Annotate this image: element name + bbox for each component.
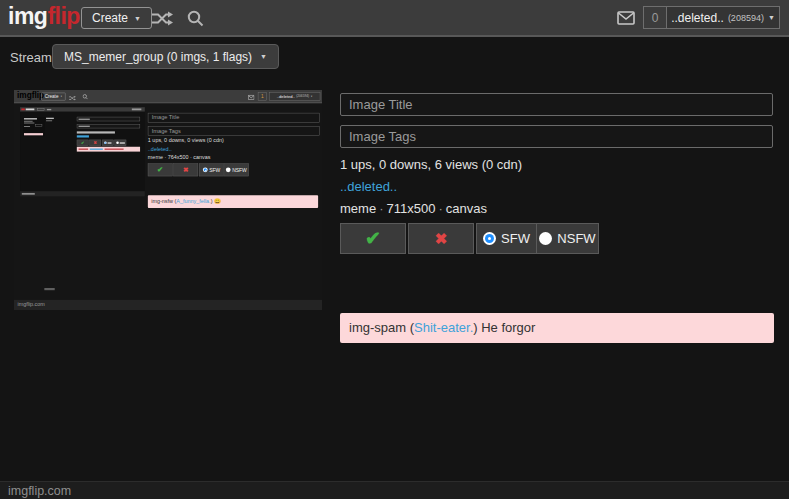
nested-buttons-row: ✔ ✖ — [77, 140, 126, 146]
preview-search-icon — [82, 94, 88, 102]
preview-message-count: 1 — [258, 92, 267, 100]
sfw-radio-option[interactable]: SFW — [476, 223, 536, 254]
uploader-deleted-link[interactable]: ..deleted.. — [340, 179, 397, 194]
approve-button[interactable]: ✔ — [340, 223, 406, 254]
preview-reject-icon: ✖ — [183, 166, 188, 174]
message-count: 0 — [652, 11, 659, 25]
sfw-radio-icon — [483, 232, 496, 245]
user-dropdown-count: (208594) — [728, 13, 764, 23]
stream-dropdown[interactable]: MS_memer_group (0 imgs, 1 flags) ▼ — [52, 44, 279, 69]
preview-approve-icon: ✔ — [157, 165, 163, 174]
nsfw-radio-icon — [539, 232, 552, 245]
preview-title-input: Image Title — [148, 113, 320, 123]
preview-tags-input: Image Tags — [148, 127, 320, 136]
image-meta-text: meme·711x500·canvas — [340, 201, 487, 216]
image-stats-text: 1 ups, 0 downs, 6 views (0 cdn) — [340, 157, 522, 172]
preview-shuffle-icon — [69, 94, 77, 102]
stream-label: Stream: — [10, 50, 56, 65]
preview-navbar: imgflip Create ▼ 1 ..deleted.. (206594 — [14, 90, 322, 103]
logo-flip-part: flip — [47, 3, 80, 29]
top-navbar: imgflip Create ▼ 0 — [0, 0, 789, 37]
nsfw-radio-option[interactable]: NSFW — [536, 223, 599, 254]
caret-down-icon: ▼ — [60, 95, 62, 98]
preview-buttons-row: ✔ ✖ SFW NSFW — [148, 163, 249, 176]
message-count-box[interactable]: 0 — [643, 6, 667, 29]
nested-tags-input — [77, 124, 140, 128]
preview-logo: imgflip — [17, 91, 44, 101]
user-dropdown-label: ..deleted.. — [671, 11, 724, 25]
flag-reason-box: img-spam (Shit-eater.) He forgor — [340, 313, 774, 343]
create-button[interactable]: Create ▼ — [81, 7, 152, 29]
preview-footer: imgflip.com — [14, 300, 322, 310]
search-icon[interactable] — [187, 10, 204, 31]
caret-down-icon: ▼ — [260, 53, 267, 60]
mail-icon[interactable] — [617, 11, 635, 29]
imgflip-moderation-page: imgflip Create ▼ 0 — [0, 0, 789, 499]
shuffle-icon[interactable] — [151, 11, 174, 30]
preview-mail-icon — [248, 94, 254, 102]
x-icon: ✖ — [435, 230, 448, 248]
moderation-buttons-row: ✔ ✖ SFW NSFW — [340, 223, 599, 254]
footer-imgflip-link[interactable]: imgflip.com — [8, 483, 71, 499]
preview-flag-box: img-nsfw (A_funny_fella.) 😀 — [148, 195, 318, 208]
preview-stats-text: 1 ups, 0 downs, 0 views (0 cdn) — [148, 138, 224, 144]
checkmark-icon: ✔ — [365, 227, 381, 250]
stream-dropdown-value: MS_memer_group (0 imgs, 1 flags) — [64, 50, 252, 64]
preview-user-dropdown: ..deleted.. (206594) ▼ — [269, 92, 320, 100]
nested-title-input — [77, 117, 140, 121]
nested-flag-box — [77, 147, 140, 152]
imgflip-logo[interactable]: imgflip — [8, 3, 80, 30]
flag-reason-prefix: img-spam ( — [349, 320, 414, 335]
flag-reporter-link[interactable]: Shit-eater. — [414, 320, 473, 335]
create-button-label: Create — [92, 11, 128, 25]
reject-button[interactable]: ✖ — [408, 223, 474, 254]
flagged-image-preview[interactable]: imgflip Create ▼ 1 ..deleted.. (206594 — [14, 90, 322, 310]
logo-img-part: img — [8, 3, 47, 29]
caret-down-icon: ▼ — [768, 14, 775, 21]
flag-reason-suffix: ) He forgor — [473, 320, 535, 335]
preview-create-button: Create ▼ — [41, 93, 65, 101]
page-footer: imgflip.com — [0, 481, 789, 499]
preview-nested-screenshot: ✔ ✖ — [20, 107, 145, 196]
nested-navbar — [20, 107, 145, 111]
image-title-input[interactable] — [340, 93, 773, 116]
image-tags-input[interactable] — [340, 125, 773, 148]
nested-footer — [20, 191, 145, 196]
preview-deleted-link: ..deleted.. — [148, 146, 172, 152]
preview-flag-user-link: A_funny_fella. — [176, 198, 210, 204]
preview-screenshot-content: imgflip Create ▼ 1 ..deleted.. (206594 — [14, 90, 322, 310]
nested-screenshot-level-4 — [23, 117, 45, 136]
caret-down-icon: ▼ — [134, 15, 141, 22]
user-dropdown[interactable]: ..deleted.. (208594) ▼ — [666, 6, 780, 29]
preview-meta-text: meme · 764x500 · canvas — [148, 154, 211, 160]
sfw-label: SFW — [501, 231, 530, 246]
nsfw-label: NSFW — [557, 231, 595, 246]
